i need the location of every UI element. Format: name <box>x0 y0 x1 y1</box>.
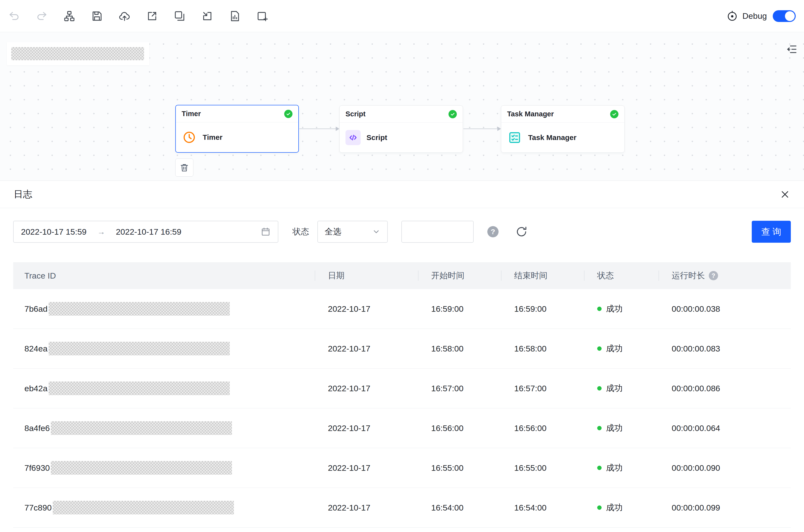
redacted-trace-id <box>49 381 230 395</box>
node-timer-body: Timer <box>176 122 298 152</box>
trace-id-text: eb42a <box>24 384 48 393</box>
table-row[interactable]: 7f6930 2022-10-17 16:55:00 16:55:00 成功 0… <box>13 448 791 488</box>
status-select-value: 全选 <box>325 226 341 238</box>
status-dot-icon <box>597 466 602 470</box>
status-cell: 成功 <box>584 343 658 354</box>
debug-target-icon <box>726 10 738 22</box>
node-script-title: Script <box>346 110 365 118</box>
end-time-cell: 16:56:00 <box>501 423 584 433</box>
redacted-trace-id <box>49 302 230 316</box>
status-text: 成功 <box>606 383 623 394</box>
collapse-panel-button[interactable] <box>785 43 798 56</box>
status-dot-icon <box>597 386 602 391</box>
file-chart-icon <box>229 10 241 22</box>
save-button[interactable] <box>89 8 105 24</box>
delete-node-button[interactable] <box>175 158 194 177</box>
refresh-button[interactable] <box>514 224 529 239</box>
undo-button[interactable] <box>6 8 22 24</box>
start-time-cell: 16:58:00 <box>418 344 501 354</box>
status-select[interactable]: 全选 <box>317 221 388 243</box>
node-timer-header: Timer <box>176 106 298 122</box>
table-row[interactable]: eb42a 2022-10-17 16:57:00 16:57:00 成功 00… <box>13 368 791 408</box>
debug-label: Debug <box>743 11 767 21</box>
duration-cell: 00:00:00.064 <box>658 423 791 433</box>
redacted-trace-id <box>51 421 232 435</box>
report-button[interactable] <box>227 8 243 24</box>
column-header-status: 状态 <box>584 270 658 281</box>
script-code-icon <box>346 130 361 145</box>
date-cell: 2022-10-17 <box>315 423 418 433</box>
status-text: 成功 <box>606 343 623 354</box>
import-button[interactable] <box>200 8 215 24</box>
undo-icon <box>8 10 20 22</box>
success-badge <box>449 110 457 118</box>
start-time-cell: 16:55:00 <box>418 463 501 473</box>
add-node-button[interactable] <box>255 8 270 24</box>
export-icon <box>146 10 158 22</box>
add-square-icon <box>257 10 268 22</box>
debug-controls: Debug <box>726 10 796 22</box>
end-time-cell: 16:59:00 <box>501 304 584 314</box>
redacted-flow-title <box>11 47 144 60</box>
end-time-cell: 16:54:00 <box>501 503 584 512</box>
date-range-picker[interactable]: 2022-10-17 15:59 → 2022-10-17 16:59 <box>13 221 278 243</box>
start-time-cell: 16:57:00 <box>418 384 501 393</box>
keyword-input[interactable] <box>401 221 474 243</box>
close-log-panel-button[interactable] <box>779 188 791 201</box>
log-filter-bar: 2022-10-17 15:59 → 2022-10-17 16:59 状态 全… <box>13 221 791 243</box>
refresh-icon <box>515 226 528 238</box>
copy-button[interactable] <box>172 8 187 24</box>
trace-id-text: 7b6ad <box>24 304 48 314</box>
toggle-knob <box>785 11 795 21</box>
export-button[interactable] <box>144 8 160 24</box>
query-button[interactable]: 查 询 <box>752 221 791 243</box>
date-cell: 2022-10-17 <box>315 463 418 473</box>
hierarchy-layout-button[interactable] <box>61 8 77 24</box>
range-arrow: → <box>97 227 105 236</box>
node-timer[interactable]: Timer Timer <box>175 105 299 153</box>
redacted-trace-id <box>49 342 230 355</box>
node-timer-title: Timer <box>182 110 201 118</box>
trace-id-text: 7f6930 <box>24 463 50 473</box>
debug-toggle[interactable] <box>773 10 796 22</box>
node-task-manager-header: Task Manager <box>501 106 624 123</box>
node-task-manager[interactable]: Task Manager Task Manager <box>501 106 624 153</box>
duration-help-icon[interactable]: ? <box>709 271 718 280</box>
table-row[interactable]: 824ea 2022-10-17 16:58:00 16:58:00 成功 00… <box>13 329 791 368</box>
table-row[interactable]: 8a4fe6 2022-10-17 16:56:00 16:56:00 成功 0… <box>13 408 791 448</box>
cloud-upload-icon <box>118 10 130 22</box>
close-icon <box>780 190 790 199</box>
status-cell: 成功 <box>584 303 658 315</box>
status-cell: 成功 <box>584 422 658 434</box>
edge-timer-script <box>299 129 336 129</box>
copy-icon <box>174 10 186 22</box>
timer-clock-icon <box>182 130 197 145</box>
table-row[interactable]: 77c890 2022-10-17 16:54:00 16:54:00 成功 0… <box>13 488 791 528</box>
flow-title-box <box>7 42 149 65</box>
status-dot-icon <box>597 426 602 430</box>
log-panel-header: 日志 <box>0 181 804 208</box>
trash-icon <box>180 163 189 172</box>
redo-button[interactable] <box>34 8 50 24</box>
filter-help-icon[interactable]: ? <box>487 226 498 238</box>
redacted-trace-id <box>53 501 234 514</box>
end-time-cell: 16:57:00 <box>501 384 584 393</box>
hierarchy-icon <box>63 10 75 22</box>
trace-id-cell: 824ea <box>13 342 315 355</box>
date-start-value: 2022-10-17 15:59 <box>21 227 87 236</box>
save-icon <box>91 10 103 22</box>
check-icon <box>286 111 291 117</box>
status-dot-icon <box>597 346 602 351</box>
publish-button[interactable] <box>117 8 132 24</box>
flow-canvas[interactable]: Timer Timer Script Script <box>0 32 804 180</box>
table-row[interactable]: 7b6ad 2022-10-17 16:59:00 16:59:00 成功 00… <box>13 289 791 329</box>
date-cell: 2022-10-17 <box>315 384 418 393</box>
trace-id-cell: 7b6ad <box>13 302 315 316</box>
chevron-down-icon <box>372 228 380 236</box>
status-cell: 成功 <box>584 462 658 473</box>
duration-cell: 00:00:00.083 <box>658 344 791 354</box>
node-script-header: Script <box>340 106 463 123</box>
duration-cell: 00:00:00.090 <box>658 463 791 473</box>
node-script[interactable]: Script Script <box>340 106 463 153</box>
status-cell: 成功 <box>584 502 658 513</box>
